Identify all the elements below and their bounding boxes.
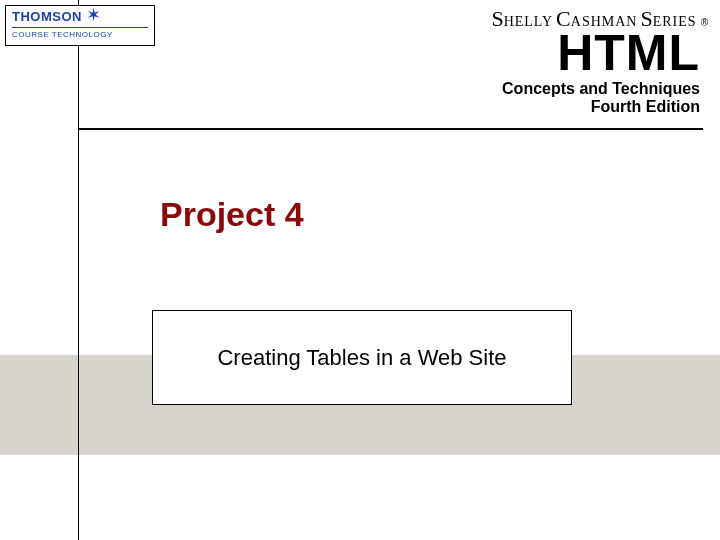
title-rule: [79, 128, 703, 130]
chapter-title-box: Creating Tables in a Web Site: [152, 310, 572, 405]
book-edition: Fourth Edition: [502, 98, 700, 116]
series-logo: SHELLY CASHMAN SERIES ®: [491, 6, 708, 32]
registered-icon: ®: [701, 17, 708, 28]
title-block: HTML Concepts and Techniques Fourth Edit…: [502, 28, 700, 116]
chapter-title: Creating Tables in a Web Site: [217, 345, 506, 371]
book-subtitle: Concepts and Techniques: [502, 80, 700, 98]
star-icon: ✶: [86, 9, 101, 22]
publisher-division: COURSE TECHNOLOGY: [12, 30, 148, 39]
publisher-divider: [12, 27, 148, 28]
project-label: Project 4: [160, 195, 304, 234]
publisher-brand: THOMSON: [12, 9, 82, 24]
publisher-logo-box: THOMSON ✶ COURSE TECHNOLOGY: [5, 5, 155, 46]
vertical-rule: [78, 0, 79, 540]
book-title: HTML: [502, 28, 700, 78]
